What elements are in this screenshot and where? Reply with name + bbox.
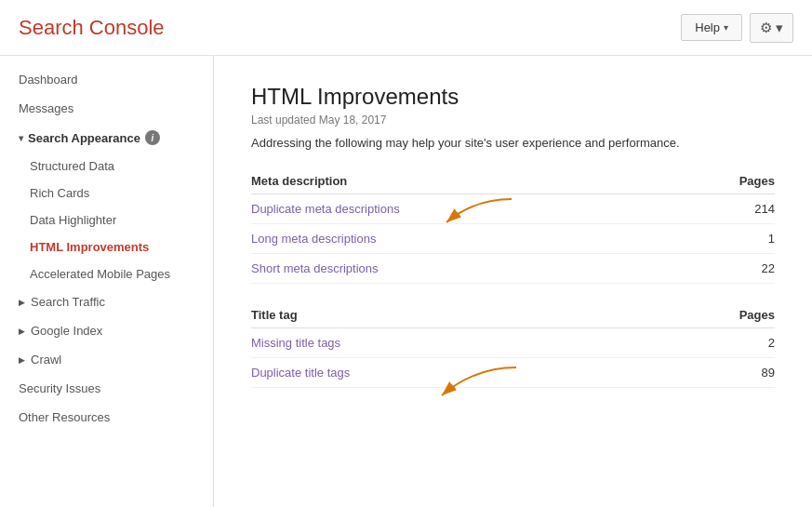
duplicate-meta-link-cell: Duplicate meta descriptions (251, 194, 673, 224)
short-meta-link[interactable]: Short meta descriptions (251, 261, 379, 275)
last-updated: Last updated May 18, 2017 (251, 113, 775, 127)
help-chevron-icon: ▾ (724, 22, 728, 33)
main-content: HTML Improvements Last updated May 18, 2… (214, 56, 812, 507)
sidebar-item-rich-cards[interactable]: Rich Cards (0, 180, 213, 207)
settings-button[interactable]: ⚙ ▾ (750, 13, 793, 43)
long-meta-pages: 1 (673, 224, 775, 254)
sidebar-item-messages[interactable]: Messages (0, 94, 213, 123)
sidebar-item-amp[interactable]: Accelerated Mobile Pages (0, 260, 213, 287)
sidebar-item-google-index[interactable]: ▶ Google Index (0, 316, 213, 345)
sidebar-item-security-issues[interactable]: Security Issues (0, 374, 213, 403)
tri-icon: ▶ (19, 298, 25, 307)
sidebar-item-other-resources[interactable]: Other Resources (0, 403, 213, 432)
table-row: Long meta descriptions 1 (251, 224, 775, 254)
description: Addressing the following may help your s… (251, 136, 775, 150)
gear-icon: ⚙ (760, 20, 772, 36)
short-meta-pages: 22 (673, 254, 775, 284)
missing-title-pages: 2 (636, 328, 775, 358)
table-row: Missing title tags 2 (251, 328, 775, 358)
duplicate-title-link-cell: Duplicate title tags (251, 358, 636, 388)
sidebar-item-dashboard[interactable]: Dashboard (0, 65, 213, 94)
missing-title-link-cell: Missing title tags (251, 328, 636, 358)
gear-chevron-icon: ▾ (776, 20, 783, 36)
table-row: Duplicate meta descriptions 214 (251, 194, 775, 224)
title-tag-header: Title tag (251, 302, 636, 328)
title-tag-table: Title tag Pages Missing title tags 2 Dup… (251, 302, 775, 388)
app-title: Search Console (19, 16, 165, 40)
sidebar-item-structured-data[interactable]: Structured Data (0, 153, 213, 180)
duplicate-meta-pages: 214 (673, 194, 775, 224)
layout: Dashboard Messages ▾ Search Appearance i… (0, 56, 812, 507)
help-button[interactable]: Help ▾ (681, 14, 742, 41)
missing-title-link[interactable]: Missing title tags (251, 336, 340, 350)
short-meta-link-cell: Short meta descriptions (251, 254, 673, 284)
help-label: Help (695, 20, 720, 34)
section-arrow-icon: ▾ (19, 133, 23, 143)
sidebar-section-search-appearance[interactable]: ▾ Search Appearance i (0, 123, 213, 153)
meta-description-section: Meta description Pages Duplicate meta de… (251, 168, 775, 284)
tri-icon: ▶ (19, 355, 25, 365)
info-icon: i (145, 130, 160, 145)
sidebar-item-search-traffic[interactable]: ▶ Search Traffic (0, 287, 213, 316)
header: Search Console Help ▾ ⚙ ▾ (0, 0, 812, 56)
sidebar-item-html-improvements[interactable]: HTML Improvements (0, 233, 213, 260)
table-row: Duplicate title tags 89 (251, 358, 775, 388)
sidebar-item-data-highlighter[interactable]: Data Highlighter (0, 207, 213, 233)
pages-header-title: Pages (636, 302, 775, 328)
meta-description-table: Meta description Pages Duplicate meta de… (251, 168, 775, 284)
pages-header-meta: Pages (673, 168, 775, 194)
tri-icon: ▶ (19, 327, 25, 336)
long-meta-link-cell: Long meta descriptions (251, 224, 673, 254)
duplicate-title-pages: 89 (636, 358, 775, 388)
duplicate-meta-link[interactable]: Duplicate meta descriptions (251, 202, 400, 216)
long-meta-link[interactable]: Long meta descriptions (251, 232, 376, 246)
table-row: Short meta descriptions 22 (251, 254, 775, 284)
sidebar: Dashboard Messages ▾ Search Appearance i… (0, 56, 214, 507)
page-title: HTML Improvements (251, 84, 775, 110)
header-actions: Help ▾ ⚙ ▾ (681, 13, 793, 43)
meta-desc-header: Meta description (251, 168, 673, 194)
sidebar-item-crawl[interactable]: ▶ Crawl (0, 345, 213, 374)
duplicate-title-link[interactable]: Duplicate title tags (251, 366, 350, 380)
title-tag-section: Title tag Pages Missing title tags 2 Dup… (251, 302, 775, 388)
